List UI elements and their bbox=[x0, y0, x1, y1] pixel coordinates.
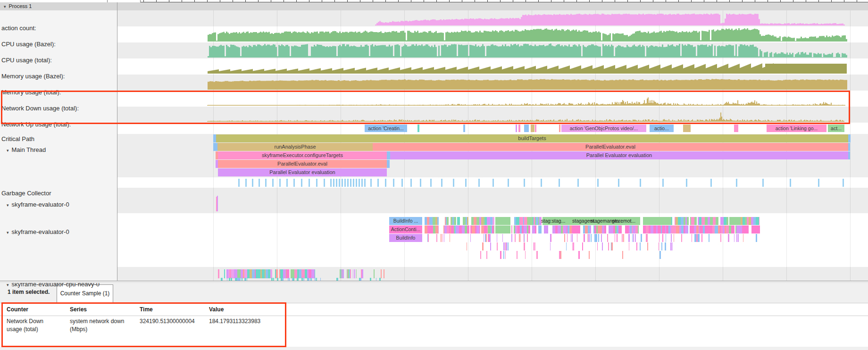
critical-path-slice[interactable] bbox=[417, 125, 419, 132]
sidebar-item-skyframe-evaluator-0[interactable]: ▾skyframe-evaluator-0 bbox=[7, 201, 69, 208]
sparse-slice[interactable] bbox=[622, 251, 623, 259]
action-count-row[interactable] bbox=[117, 10, 868, 26]
main-thread-slice[interactable] bbox=[848, 134, 851, 142]
dense-slice[interactable] bbox=[276, 269, 278, 278]
sparse-slice[interactable] bbox=[659, 242, 659, 250]
sparse-slice[interactable] bbox=[636, 242, 637, 250]
sparse-slice[interactable] bbox=[486, 234, 487, 242]
cpu-usage-bazel-row[interactable] bbox=[117, 26, 868, 42]
gc-tick[interactable] bbox=[385, 179, 386, 187]
sparse-slice[interactable] bbox=[505, 251, 506, 259]
sidebar-item-garbage-collector[interactable]: Garbage Collector bbox=[1, 190, 51, 197]
sparse-slice[interactable] bbox=[615, 234, 616, 242]
dense-slice[interactable] bbox=[646, 225, 649, 233]
gc-tick[interactable] bbox=[662, 179, 664, 187]
cpu-usage-total-row[interactable] bbox=[117, 42, 868, 58]
gc-tick[interactable] bbox=[818, 179, 819, 187]
sparse-slice[interactable] bbox=[343, 269, 344, 278]
memory-usage-total-row[interactable] bbox=[117, 75, 868, 91]
labeled-slice[interactable]: BuildInfo bbox=[389, 234, 422, 242]
dense-slice[interactable] bbox=[618, 225, 621, 233]
sparse-slice[interactable] bbox=[611, 242, 612, 250]
sparse-slice[interactable] bbox=[488, 234, 488, 242]
sparse-slice[interactable] bbox=[497, 242, 498, 250]
gc-tick[interactable] bbox=[843, 179, 844, 187]
sparse-slice[interactable] bbox=[503, 242, 504, 250]
sparse-slice[interactable] bbox=[490, 242, 491, 250]
sparse-slice[interactable] bbox=[612, 242, 613, 250]
dense-slice[interactable] bbox=[688, 225, 689, 233]
sparse-slice[interactable] bbox=[623, 234, 624, 242]
sidebar-item-main-thread[interactable]: ▾Main Thread bbox=[7, 146, 46, 153]
sidebar-item-network-up-usage-total[interactable]: Network Up usage (total): bbox=[1, 121, 71, 128]
sparse-slice[interactable] bbox=[670, 242, 672, 250]
sparse-slice[interactable] bbox=[480, 251, 482, 259]
dense-slice[interactable] bbox=[726, 217, 728, 225]
dense-slice[interactable] bbox=[492, 217, 494, 225]
dense-slice[interactable] bbox=[447, 217, 449, 225]
gc-tick[interactable] bbox=[541, 179, 542, 187]
sparse-slice[interactable] bbox=[567, 234, 568, 242]
dense-slice[interactable] bbox=[574, 225, 577, 233]
green-slice[interactable] bbox=[495, 225, 510, 233]
dense-slice[interactable] bbox=[237, 269, 241, 278]
sparse-slice[interactable] bbox=[587, 234, 588, 242]
sparse-slice[interactable] bbox=[694, 234, 695, 242]
dense-slice[interactable] bbox=[487, 217, 490, 225]
sparse-slice[interactable] bbox=[353, 269, 353, 278]
sparse-slice[interactable] bbox=[573, 242, 574, 250]
sparse-slice[interactable] bbox=[535, 242, 536, 250]
dense-slice[interactable] bbox=[694, 217, 697, 225]
labeled-slice[interactable]: ActionConti... bbox=[389, 225, 422, 233]
dense-slice[interactable] bbox=[759, 217, 760, 225]
sparse-slice[interactable] bbox=[601, 234, 602, 242]
critical-path-slice[interactable] bbox=[734, 125, 738, 132]
sparse-slice[interactable] bbox=[632, 234, 633, 242]
sparse-slice[interactable] bbox=[348, 269, 349, 278]
cell-time[interactable]: 324190.51300000004 bbox=[140, 317, 206, 325]
main-thread-slice[interactable]: ParallelEvaluator.eval bbox=[373, 143, 848, 151]
gc-tick[interactable] bbox=[293, 179, 295, 187]
dense-slice[interactable] bbox=[590, 225, 591, 233]
cpu-heavy-tick[interactable] bbox=[374, 269, 375, 278]
gc-tick[interactable] bbox=[377, 179, 379, 187]
sidebar-item-cpu-usage-bazel[interactable]: CPU usage (Bazel): bbox=[1, 41, 56, 48]
main-thread-slice[interactable]: skyframeExecutor.configureTargets bbox=[218, 151, 387, 159]
sparse-slice[interactable] bbox=[607, 234, 608, 242]
sparse-slice[interactable] bbox=[450, 234, 451, 242]
gc-tick[interactable] bbox=[286, 179, 288, 187]
dense-slice[interactable] bbox=[538, 225, 541, 233]
sparse-slice[interactable] bbox=[361, 269, 362, 278]
dense-slice[interactable] bbox=[720, 217, 724, 225]
dense-slice[interactable] bbox=[224, 269, 225, 278]
sparse-slice[interactable] bbox=[444, 234, 445, 242]
sparse-slice[interactable] bbox=[647, 234, 648, 242]
gc-tick[interactable] bbox=[640, 179, 641, 187]
sparse-slice[interactable] bbox=[701, 234, 702, 242]
dense-slice[interactable] bbox=[691, 217, 694, 225]
gc-tick[interactable] bbox=[465, 179, 467, 187]
sparse-slice[interactable] bbox=[588, 234, 589, 242]
sparse-slice[interactable] bbox=[622, 234, 623, 242]
gc-tick[interactable] bbox=[478, 179, 480, 187]
sparse-slice[interactable] bbox=[550, 242, 551, 250]
cell-value[interactable]: 184.1793113323983 bbox=[209, 317, 284, 325]
sparse-slice[interactable] bbox=[696, 234, 697, 242]
sparse-slice[interactable] bbox=[577, 234, 577, 242]
gc-tick[interactable] bbox=[333, 179, 334, 187]
timeline-area[interactable]: action 'Creatin...action 'GenObjcProtos … bbox=[0, 0, 868, 281]
collapse-arrow-icon[interactable]: ▾ bbox=[7, 148, 9, 153]
sparse-slice[interactable] bbox=[635, 234, 636, 242]
critical-path-row[interactable] bbox=[117, 124, 868, 134]
sparse-slice[interactable] bbox=[743, 234, 744, 242]
gc-tick[interactable] bbox=[245, 179, 247, 187]
main-thread-slice[interactable]: runAnalysisPhase bbox=[217, 143, 373, 151]
sparse-slice[interactable] bbox=[695, 234, 696, 242]
sparse-slice[interactable] bbox=[436, 234, 437, 242]
sparse-slice[interactable] bbox=[486, 251, 487, 259]
dense-slice[interactable] bbox=[430, 225, 433, 233]
sparse-slice[interactable] bbox=[442, 234, 443, 242]
sparse-slice[interactable] bbox=[666, 234, 666, 242]
sparse-slice[interactable] bbox=[559, 251, 560, 259]
dense-slice[interactable] bbox=[687, 217, 688, 225]
